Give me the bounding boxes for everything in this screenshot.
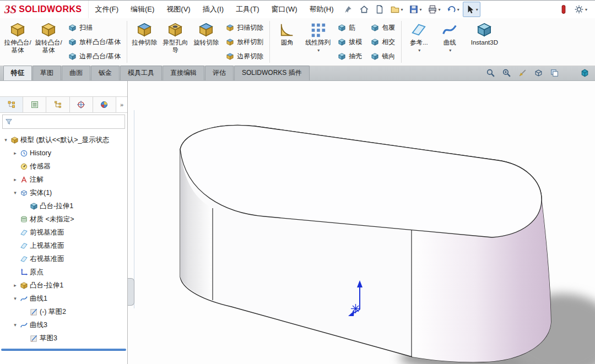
tab-sketch[interactable]: 草图	[33, 66, 61, 80]
displaymanager-tab[interactable]	[93, 97, 116, 112]
wrap-button[interactable]: 包覆	[369, 21, 397, 34]
zoom-to-fit-icon[interactable]	[486, 68, 495, 78]
shell-button[interactable]: 抽壳	[336, 50, 364, 63]
featuremanager-tab[interactable]	[0, 97, 23, 112]
expander-icon[interactable]	[3, 137, 9, 143]
expander-icon[interactable]	[12, 190, 18, 195]
model-canvas[interactable]	[128, 81, 595, 364]
panel-overflow-arrow[interactable]	[116, 97, 127, 112]
sweep-cut-button[interactable]: 扫描切除	[224, 21, 266, 34]
mirror-button[interactable]: 镜向	[369, 50, 397, 63]
new-document-button[interactable]	[372, 2, 387, 17]
open-button[interactable]	[388, 2, 405, 17]
extrude-boss-button[interactable]: 拉伸凸台/基体	[2, 18, 33, 66]
expander-icon[interactable]	[12, 150, 18, 156]
rib-button[interactable]: 筋	[336, 21, 364, 34]
expander-icon[interactable]	[12, 177, 18, 182]
display-style-icon[interactable]	[550, 68, 559, 78]
extrude-boss-icon	[9, 21, 26, 38]
curves-button[interactable]: 曲线	[434, 18, 465, 66]
home-button[interactable]	[357, 2, 371, 17]
propertymanager-tab[interactable]	[23, 97, 46, 112]
tree-item-solid-bodies[interactable]: 实体(1)	[0, 186, 127, 199]
expander-icon[interactable]	[12, 296, 18, 301]
instant3d-button[interactable]: Instant3D	[465, 18, 504, 66]
loft-boss-icon	[68, 38, 77, 46]
draft-button[interactable]: 拔模	[336, 36, 364, 48]
task-pane-icon[interactable]	[580, 68, 589, 78]
curve-icon	[20, 321, 28, 329]
button-label: 拔模	[349, 37, 362, 47]
tree-item-model[interactable]: 模型 (默认<<默认>_显示状态	[0, 133, 127, 146]
menu-file[interactable]: 文件(F)	[89, 1, 125, 18]
revolve-cut-button[interactable]: 旋转切除	[191, 18, 221, 66]
tree-item-boss-extrude1[interactable]: 凸台-拉伸1	[0, 279, 127, 292]
tree-item-right-plane[interactable]: 右视基准面	[0, 252, 127, 265]
hole-wizard-button[interactable]: 异型孔向导	[160, 18, 191, 66]
expander-icon[interactable]	[12, 282, 18, 288]
undo-button[interactable]	[444, 2, 462, 17]
loft-boss-button[interactable]: 放样凸台/基体	[66, 36, 123, 48]
menu-view[interactable]: 视图(V)	[160, 1, 196, 18]
expander-icon[interactable]	[12, 322, 18, 328]
print-button[interactable]	[425, 2, 443, 17]
panel-splitter-handle[interactable]	[128, 278, 134, 306]
pin-icon[interactable]	[344, 6, 352, 13]
button-label: 拉伸凸台/基体	[3, 39, 32, 54]
tree-item-label: (-) 草图2	[40, 307, 66, 317]
tab-evaluate[interactable]: 评估	[205, 66, 234, 80]
options-button[interactable]	[572, 2, 589, 17]
material-icon	[20, 215, 28, 224]
tree-item-history[interactable]: History	[0, 146, 127, 160]
tree-item-front-plane[interactable]: 前视基准面	[0, 226, 127, 239]
tree-item-body-boss-extrude1[interactable]: 凸台-拉伸1	[0, 199, 127, 213]
tree-item-annotations[interactable]: 注解	[0, 173, 127, 186]
dimxpertmanager-tab[interactable]	[70, 97, 93, 112]
menu-help[interactable]: 帮助(H)	[304, 1, 340, 18]
revolve-boss-button[interactable]: 旋转凸台/基体	[33, 18, 64, 66]
zoom-area-icon[interactable]	[502, 68, 511, 78]
rollback-bar[interactable]	[1, 349, 126, 351]
tab-surfaces[interactable]: 曲面	[62, 66, 90, 80]
fillet-button[interactable]: 圆角	[272, 18, 302, 66]
extrude-cut-button[interactable]: 拉伸切除	[129, 18, 160, 66]
tab-features[interactable]: 特征	[3, 66, 32, 80]
tab-direct-editing[interactable]: 直接编辑	[163, 66, 204, 80]
menu-bar: 3S SOLIDWORKS 文件(F) 编辑(E) 视图(V) 插入(I) 工具…	[0, 0, 595, 19]
menu-window[interactable]: 窗口(W)	[266, 1, 304, 18]
tab-solidworks-addins[interactable]: SOLIDWORKS 插件	[234, 66, 310, 80]
select-cursor-icon	[465, 4, 475, 14]
loft-cut-button[interactable]: 放样切割	[224, 36, 266, 48]
select-cursor-button[interactable]	[463, 2, 480, 17]
graphics-viewport[interactable]	[128, 81, 595, 364]
boundary-boss-icon	[68, 52, 77, 61]
tab-mold-tools[interactable]: 模具工具	[120, 66, 162, 80]
view-orientation-icon[interactable]	[534, 68, 543, 78]
save-button[interactable]	[407, 2, 424, 17]
menu-edit[interactable]: 编辑(E)	[125, 1, 160, 18]
tree-item-origin[interactable]: 原点	[0, 265, 127, 279]
reference-geometry-button[interactable]: 参考...	[403, 18, 434, 66]
menu-insert[interactable]: 插入(I)	[197, 1, 230, 18]
tree-item-label: 模型 (默认<<默认>_显示状态	[20, 135, 110, 145]
section-view-icon[interactable]	[518, 68, 527, 78]
plane-icon	[20, 229, 28, 237]
intersect-button[interactable]: 相交	[369, 36, 397, 48]
tree-item-sketch3[interactable]: 草图3	[0, 332, 127, 345]
tree-filter	[2, 115, 125, 129]
resources-button[interactable]	[556, 2, 571, 17]
tree-item-curve1[interactable]: 曲线1	[0, 292, 127, 305]
boundary-boss-button[interactable]: 边界凸台/基体	[66, 50, 123, 63]
menu-tools[interactable]: 工具(T)	[230, 1, 266, 18]
linear-pattern-button[interactable]: 线性阵列	[302, 18, 333, 66]
sweep-boss-button[interactable]: 扫描	[66, 21, 123, 34]
tree-item-sketch2[interactable]: (-) 草图2	[0, 305, 127, 318]
boundary-cut-button[interactable]: 边界切除	[224, 50, 266, 63]
tree-item-sensors[interactable]: 传感器	[0, 160, 127, 173]
tree-item-material[interactable]: 材质 <未指定>	[0, 213, 127, 226]
tab-sheet-metal[interactable]: 钣金	[91, 66, 120, 80]
tree-item-curve3[interactable]: 曲线3	[0, 318, 127, 332]
tree-item-top-plane[interactable]: 上视基准面	[0, 239, 127, 252]
tree-filter-input[interactable]	[15, 117, 122, 126]
configurationmanager-tab[interactable]	[46, 97, 69, 112]
